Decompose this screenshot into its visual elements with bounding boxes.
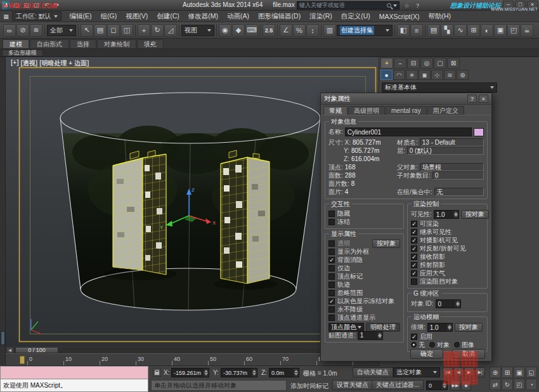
- favorites-star-icon[interactable]: ☆: [402, 1, 412, 10]
- curve-editor-button[interactable]: ∿: [454, 24, 467, 37]
- zoom-extents-button[interactable]: ▣: [514, 367, 525, 378]
- infocenter-search[interactable]: 键入关键字或短语: [297, 1, 399, 10]
- checkbox-row[interactable]: 背面消隐: [328, 256, 400, 264]
- dialog-close-button[interactable]: ×: [479, 95, 488, 103]
- zoom-button[interactable]: ⊕: [490, 367, 501, 378]
- spinner[interactable]: [455, 300, 460, 308]
- dialog-tab[interactable]: 高级照明: [348, 106, 385, 115]
- spinner-down-icon[interactable]: [378, 336, 382, 338]
- motion-tab[interactable]: ◎: [420, 58, 433, 69]
- hierarchy-tab[interactable]: ⊟: [407, 58, 420, 69]
- spinner[interactable]: [294, 369, 299, 377]
- mirror-button[interactable]: ◧: [397, 24, 410, 37]
- bind-to-space-warp-button[interactable]: ≋: [30, 24, 42, 37]
- zoom-region-button[interactable]: ◱: [526, 367, 537, 378]
- checkbox[interactable]: [328, 249, 335, 255]
- zoom-all-button[interactable]: ⊞: [502, 367, 513, 378]
- maxscript-mini-recorder[interactable]: [0, 366, 148, 379]
- checkbox[interactable]: [411, 237, 417, 244]
- keyboard-override-toggle[interactable]: ⌨: [245, 24, 258, 37]
- transparent-checkbox-row[interactable]: 透明: [328, 239, 350, 247]
- checkbox[interactable]: [328, 273, 335, 280]
- checkbox[interactable]: [328, 240, 335, 247]
- select-object-button[interactable]: ↖: [81, 24, 93, 37]
- snap-toggle-button[interactable]: 2.5: [263, 24, 275, 37]
- object-id-input[interactable]: 0: [436, 299, 461, 308]
- checkbox-row[interactable]: 对反射/折射可见: [411, 244, 484, 252]
- multiplier-by-object-button[interactable]: 按对象: [455, 323, 483, 332]
- spinner-up-icon[interactable]: [204, 370, 208, 372]
- play-animation-button[interactable]: ▶: [464, 367, 474, 377]
- orbit-button[interactable]: ↻: [502, 379, 513, 390]
- building-right[interactable]: [214, 150, 277, 290]
- field-of-view-button[interactable]: ◔: [526, 379, 537, 390]
- viewport-shading-menu[interactable]: [明暗处理 + 边面]: [39, 59, 89, 68]
- checkbox[interactable]: [411, 278, 417, 285]
- spinner-down-icon[interactable]: [448, 327, 451, 330]
- material-editor-button[interactable]: ◐: [481, 24, 493, 37]
- menu-item[interactable]: 视图(V): [121, 11, 152, 22]
- map-channel-input[interactable]: 1: [358, 331, 383, 340]
- systems-category[interactable]: ⊛: [457, 70, 469, 80]
- checkbox[interactable]: [328, 219, 335, 225]
- go-to-start-button[interactable]: |◀: [443, 367, 453, 377]
- radio-button[interactable]: [411, 342, 417, 348]
- select-and-rotate-button[interactable]: ↻: [151, 24, 164, 37]
- checkbox-row[interactable]: 忽略范围: [328, 289, 400, 297]
- checkbox[interactable]: [328, 290, 335, 296]
- checkbox[interactable]: [328, 257, 335, 263]
- previous-frame-button[interactable]: ◀: [453, 367, 464, 377]
- dialog-tab[interactable]: mental ray: [386, 106, 427, 115]
- cameras-category[interactable]: ◙: [419, 70, 431, 80]
- select-and-link-button[interactable]: ∞: [3, 24, 16, 37]
- radio-button[interactable]: [429, 342, 435, 348]
- helpers-category[interactable]: ⊹: [431, 70, 443, 80]
- angle-snap-toggle[interactable]: ∠: [280, 24, 292, 37]
- next-frame-button[interactable]: ▶▶: [450, 381, 460, 391]
- spinner[interactable]: [453, 211, 458, 218]
- checkbox[interactable]: [328, 298, 335, 304]
- key-mode-toggle[interactable]: ◆: [461, 381, 471, 391]
- current-frame-input[interactable]: 0: [426, 381, 448, 390]
- workspace-dropdown[interactable]: 工作区: 默认: [12, 11, 62, 21]
- use-pivot-center-button[interactable]: ◉: [219, 24, 231, 37]
- cancel-button[interactable]: 取消: [452, 349, 485, 359]
- unlink-selection-button[interactable]: ⊘: [16, 24, 29, 37]
- checkbox[interactable]: [411, 262, 417, 268]
- rendered-frame-button[interactable]: ◰: [507, 24, 520, 37]
- set-key-button[interactable]: 设置关键点: [332, 380, 373, 390]
- checkbox-row[interactable]: 继承可见性: [411, 228, 484, 236]
- checkbox[interactable]: [328, 282, 335, 288]
- spinner-snap-toggle[interactable]: ↕: [306, 24, 319, 37]
- workspaces-icon[interactable]: ▦: [1, 12, 11, 21]
- reference-coordinate-dropdown[interactable]: 视图: [181, 25, 214, 36]
- object-name-input[interactable]: Cylinder001: [345, 127, 472, 136]
- select-by-name-button[interactable]: ▤: [94, 24, 107, 37]
- select-and-manipulate-button[interactable]: ◆: [232, 24, 245, 37]
- polygon-modeling-panel-tab[interactable]: 多边形建模: [2, 49, 43, 56]
- spinner-down-icon[interactable]: [204, 373, 208, 376]
- add-time-tag[interactable]: 添加时间标记: [290, 382, 328, 391]
- menu-item[interactable]: 组(G): [96, 11, 122, 22]
- spinner-down-icon[interactable]: [456, 304, 460, 306]
- spinner-down-icon[interactable]: [454, 214, 458, 217]
- display-tab[interactable]: ▢: [434, 58, 446, 69]
- checkbox[interactable]: [411, 334, 417, 340]
- ribbon-tab[interactable]: 建模: [3, 39, 29, 48]
- viewport-general-menu[interactable]: [+]: [11, 59, 19, 68]
- checkbox[interactable]: [328, 315, 335, 321]
- geometry-category[interactable]: ●: [380, 70, 393, 80]
- object-category-dropdown[interactable]: 标准基本体: [382, 82, 497, 93]
- go-to-end-button[interactable]: ▶|: [475, 367, 485, 377]
- menu-item[interactable]: 图形编辑器(D): [254, 11, 305, 22]
- menu-item[interactable]: 修改器(M): [184, 11, 223, 22]
- viewport-layout-tab[interactable]: [1, 331, 5, 345]
- dialog-tab[interactable]: 常规: [323, 106, 347, 115]
- viewport-pov-menu[interactable]: [透视]: [21, 59, 38, 68]
- checkbox-row[interactable]: 应用大气: [411, 269, 484, 277]
- checkbox-row[interactable]: 永不降级: [328, 305, 400, 313]
- search-icon[interactable]: [387, 3, 391, 8]
- ribbon-collapse-icon[interactable]: ▴: [147, 39, 156, 48]
- percent-snap-toggle[interactable]: %: [293, 24, 306, 37]
- spinner[interactable]: [252, 369, 257, 377]
